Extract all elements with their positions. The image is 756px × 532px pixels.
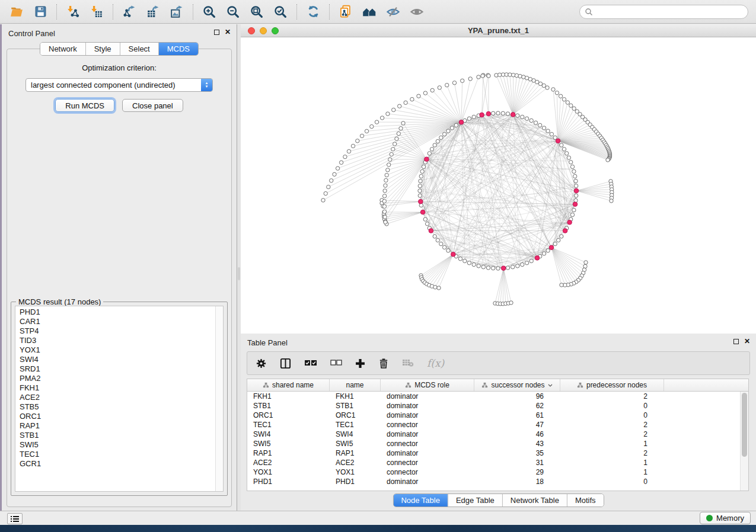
table-cell: 62	[474, 402, 560, 410]
window-minimize-button[interactable]	[260, 27, 267, 34]
select-all-button[interactable]	[304, 360, 317, 367]
hide-selected-button[interactable]	[381, 2, 405, 22]
column-header[interactable]: MCDS role	[381, 379, 474, 391]
export-network-button[interactable]	[117, 2, 141, 22]
tab-mcds[interactable]: MCDS	[158, 43, 198, 55]
mcds-list-scrollbar[interactable]	[215, 306, 223, 491]
import-table-button[interactable]	[85, 2, 109, 22]
import-network-icon	[66, 5, 79, 18]
mcds-result-title: MCDS result (17 nodes)	[16, 297, 103, 306]
table-cell: 1	[560, 440, 664, 448]
task-history-button[interactable]	[7, 513, 23, 524]
mcds-result-item[interactable]: ACE2	[20, 393, 215, 402]
zoom-out-button[interactable]	[221, 2, 245, 22]
trash-icon	[378, 358, 389, 369]
table-row[interactable]: ORC1ORC1dominator610	[247, 411, 740, 420]
optimization-criterion-select[interactable]: largest connected component (undirected)…	[25, 78, 213, 92]
mcds-result-item[interactable]: RAP1	[20, 421, 215, 431]
table-row[interactable]: PHD1PHD1dominator180	[247, 477, 740, 486]
network-window-title: YPA_prune.txt_1	[241, 24, 756, 37]
table-settings-button[interactable]	[256, 358, 267, 369]
mcds-result-item[interactable]: STP4	[20, 326, 215, 336]
open-file-button[interactable]	[5, 2, 28, 22]
close-panel-button[interactable]: Close panel	[122, 99, 183, 112]
mcds-result-item[interactable]: SRD1	[20, 364, 215, 374]
zoom-selected-button[interactable]	[269, 2, 292, 22]
save-session-button[interactable]	[28, 2, 52, 22]
float-table-panel-icon[interactable]	[733, 339, 739, 344]
add-column-button[interactable]	[355, 358, 365, 368]
tab-motifs[interactable]: Motifs	[567, 494, 604, 507]
splitter-grip	[238, 267, 240, 280]
open-folder-icon	[10, 5, 23, 18]
tab-edge-table[interactable]: Edge Table	[448, 494, 502, 507]
close-table-panel-icon[interactable]: ✕	[744, 338, 750, 344]
window-close-button[interactable]	[248, 27, 255, 34]
import-network-button[interactable]	[61, 2, 85, 22]
tab-style[interactable]: Style	[85, 43, 120, 55]
gear-icon	[256, 358, 267, 369]
float-panel-icon[interactable]	[214, 30, 219, 35]
tab-node-table[interactable]: Node Table	[393, 494, 448, 507]
mcds-result-item[interactable]: YOX1	[20, 345, 215, 355]
show-selected-button[interactable]	[405, 2, 429, 22]
table-row[interactable]: FKH1FKH1dominator962	[247, 392, 740, 401]
export-image-button[interactable]	[165, 2, 189, 22]
table-cell: connector	[381, 421, 474, 429]
show-column-button[interactable]	[280, 358, 291, 369]
mcds-result-item[interactable]: SWI5	[20, 440, 215, 450]
close-panel-icon[interactable]: ✕	[225, 29, 231, 35]
table-cell: SWI4	[330, 430, 381, 438]
export-table-button[interactable]	[141, 2, 165, 22]
deselect-all-button[interactable]	[330, 360, 342, 367]
mcds-result-item[interactable]: STB1	[20, 431, 215, 440]
table-cell: RAP1	[330, 449, 381, 457]
network-window-titlebar[interactable]: YPA_prune.txt_1	[241, 24, 756, 37]
run-mcds-button[interactable]: Run MCDS	[55, 99, 114, 112]
show-all-networks-button[interactable]	[358, 2, 381, 22]
mcds-result-item[interactable]: PMA2	[20, 374, 215, 383]
mcds-result-list[interactable]: PHD1CAR1STP4TID3YOX1SWI4SRD1PMA2FKH1ACE2…	[15, 306, 224, 492]
table-row[interactable]: STB1STB1dominator620	[247, 401, 740, 411]
mcds-result-item[interactable]: PHD1	[20, 307, 215, 317]
network-graph	[241, 37, 756, 334]
column-header[interactable]: predecessor nodes	[560, 379, 664, 391]
tab-select[interactable]: Select	[120, 43, 158, 55]
mcds-panel-body: Optimization criterion: largest connecte…	[7, 49, 232, 507]
window-maximize-button[interactable]	[272, 27, 279, 34]
mcds-result-item[interactable]: TID3	[20, 336, 215, 345]
clone-network-button[interactable]	[334, 2, 358, 22]
network-canvas[interactable]	[241, 37, 756, 334]
delete-column-button[interactable]	[378, 358, 389, 369]
refresh-layout-button[interactable]	[301, 2, 325, 22]
table-row[interactable]: SWI5SWI5connector431	[247, 439, 740, 448]
table-cell: 18	[474, 477, 560, 486]
export-network-icon	[123, 5, 136, 18]
tab-network-table[interactable]: Network Table	[502, 494, 567, 507]
search-input[interactable]	[593, 8, 748, 16]
table-tabs: Node Table Edge Table Network Table Moti…	[393, 493, 604, 507]
mcds-result-item[interactable]: SWI4	[20, 355, 215, 364]
column-header[interactable]: shared name	[247, 379, 330, 391]
mcds-result-item[interactable]: STB5	[20, 402, 215, 412]
mcds-result-item[interactable]: GCR1	[20, 459, 215, 469]
mcds-result-item[interactable]: CAR1	[20, 317, 215, 326]
table-scrollbar-thumb[interactable]	[742, 393, 747, 457]
column-header[interactable]: successor nodes	[474, 379, 560, 391]
memory-button[interactable]: Memory	[700, 512, 751, 524]
table-row[interactable]: SWI4SWI4dominator462	[247, 430, 740, 439]
table-row[interactable]: TEC1TEC1connector472	[247, 420, 740, 430]
mcds-result-item[interactable]: ORC1	[20, 412, 215, 421]
table-row[interactable]: RAP1RAP1dominator352	[247, 448, 740, 458]
table-scrollbar[interactable]	[740, 392, 748, 491]
table-row[interactable]: ACE2ACE2connector311	[247, 458, 740, 467]
mcds-result-item[interactable]: FKH1	[20, 383, 215, 393]
column-header[interactable]: name	[330, 379, 381, 391]
zoom-in-button[interactable]	[197, 2, 221, 22]
tab-network[interactable]: Network	[40, 43, 85, 55]
mcds-result-item[interactable]: TEC1	[20, 450, 215, 459]
search-field[interactable]	[579, 5, 748, 19]
table-cell: dominator	[381, 430, 474, 438]
table-row[interactable]: YOX1YOX1connector291	[247, 467, 740, 477]
zoom-fit-button[interactable]	[245, 2, 269, 22]
